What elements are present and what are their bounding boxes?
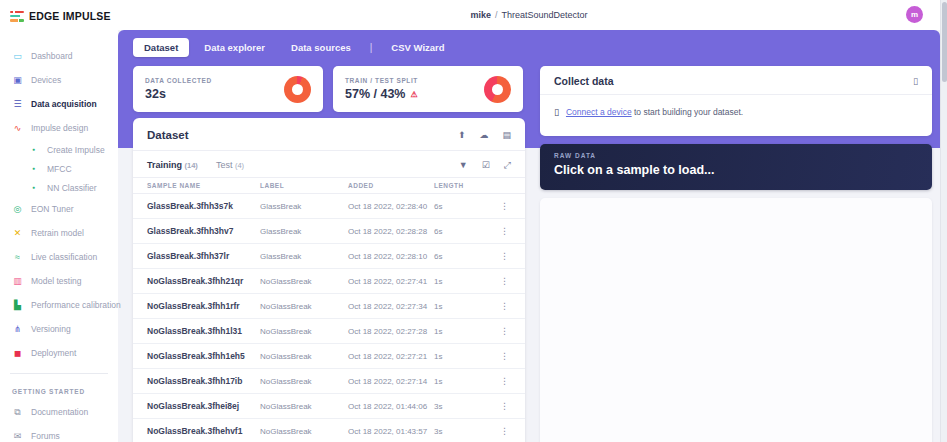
row-menu-button[interactable]: ⋮ bbox=[484, 401, 525, 411]
edge-impulse-logo[interactable]: EDGE IMPULSE bbox=[0, 0, 118, 22]
table-row[interactable]: NoGlassBreak.3fhh1eh5 NoGlassBreak Oct 1… bbox=[133, 344, 525, 369]
sidebar-item-model-testing[interactable]: ▥ Model testing bbox=[0, 269, 118, 293]
scrollbar-thumb[interactable] bbox=[942, 2, 947, 82]
sidebar-item-data-acquisition[interactable]: ☰ Data acquisition bbox=[0, 92, 118, 116]
table-body: GlassBreak.3fhh3s7k GlassBreak Oct 18 20… bbox=[133, 194, 525, 442]
avatar[interactable]: m bbox=[906, 6, 923, 23]
col-added: ADDED bbox=[348, 182, 434, 189]
sample-name: NoGlassBreak.3fhh21qr bbox=[147, 276, 260, 286]
data-collected-donut bbox=[284, 76, 311, 103]
upload-icon[interactable]: ⬆ bbox=[458, 131, 466, 140]
table-row[interactable]: NoGlassBreak.3fhh1rfr NoGlassBreak Oct 1… bbox=[133, 294, 525, 319]
sidebar-nav: ▭ Dashboard ▣ Devices ☰ Data acquisition… bbox=[0, 44, 118, 442]
deployment-icon: ◼ bbox=[12, 349, 23, 358]
training-count: (14) bbox=[185, 161, 198, 170]
tab-test[interactable]: Test (4) bbox=[216, 160, 244, 170]
sample-added: Oct 18 2022, 02:28:40 bbox=[348, 202, 434, 211]
dataset-header-icons: ⬆☁▤ bbox=[458, 131, 511, 140]
raw-data-label: RAW DATA bbox=[554, 152, 918, 159]
data-collected-card: DATA COLLECTED 32s bbox=[133, 66, 323, 112]
col-label: LABEL bbox=[260, 182, 348, 189]
sidebar-item-live-classification[interactable]: ≈ Live classification bbox=[0, 245, 118, 269]
table-row[interactable]: NoGlassBreak.3fhehvf1 NoGlassBreak Oct 1… bbox=[133, 419, 525, 442]
select-checkbox-icon[interactable]: ☑ bbox=[482, 161, 490, 170]
sample-length: 3s bbox=[434, 402, 484, 411]
expand-icon[interactable]: ⤢ bbox=[504, 161, 511, 170]
sidebar: EDGE IMPULSE ▭ Dashboard ▣ Devices ☰ Dat… bbox=[0, 0, 118, 442]
file-icon[interactable]: ▤ bbox=[502, 131, 511, 140]
table-row[interactable]: NoGlassBreak.3fhh17ib NoGlassBreak Oct 1… bbox=[133, 369, 525, 394]
row-menu-button[interactable]: ⋮ bbox=[484, 201, 525, 211]
logo-text: EDGE IMPULSE bbox=[29, 10, 111, 22]
row-menu-button[interactable]: ⋮ bbox=[484, 301, 525, 311]
forums-icon: ✉ bbox=[12, 432, 23, 441]
logo-bars-icon bbox=[10, 11, 24, 22]
sidebar-item-documentation[interactable]: ⧉ Documentation bbox=[0, 400, 118, 424]
raw-data-card: RAW DATA Click on a sample to load... bbox=[540, 144, 932, 190]
tab-data-explorer[interactable]: Data explorer bbox=[193, 38, 276, 57]
cloud-icon[interactable]: ☁ bbox=[479, 131, 488, 140]
sample-length: 1s bbox=[434, 352, 484, 361]
sample-name: GlassBreak.3fhh3hv7 bbox=[147, 226, 260, 236]
sidebar-item-devices[interactable]: ▣ Devices bbox=[0, 68, 118, 92]
table-row[interactable]: GlassBreak.3fhh37lr GlassBreak Oct 18 20… bbox=[133, 244, 525, 269]
table-row[interactable]: GlassBreak.3fhh3hv7 GlassBreak Oct 18 20… bbox=[133, 219, 525, 244]
data-collected-label: DATA COLLECTED bbox=[145, 77, 212, 84]
table-row[interactable]: NoGlassBreak.3fhh21qr NoGlassBreak Oct 1… bbox=[133, 269, 525, 294]
tab-training[interactable]: Training (14) bbox=[147, 160, 198, 170]
sample-preview-panel bbox=[540, 198, 932, 442]
row-menu-button[interactable]: ⋮ bbox=[484, 326, 525, 336]
table-row[interactable]: GlassBreak.3fhh3s7k GlassBreak Oct 18 20… bbox=[133, 194, 525, 219]
tab-data-sources[interactable]: Data sources bbox=[280, 38, 362, 57]
row-menu-button[interactable]: ⋮ bbox=[484, 351, 525, 361]
sidebar-item-forums[interactable]: ✉ Forums bbox=[0, 424, 118, 442]
sample-label: NoGlassBreak bbox=[260, 277, 348, 286]
devices-icon: ▣ bbox=[12, 76, 23, 85]
connect-device-link[interactable]: Connect a device bbox=[566, 107, 632, 117]
sidebar-item-nn-classifier[interactable]: ● NN Classifier bbox=[0, 178, 118, 197]
sidebar-item-deployment[interactable]: ◼ Deployment bbox=[0, 341, 118, 365]
table-row[interactable]: NoGlassBreak.3fhh1l31 NoGlassBreak Oct 1… bbox=[133, 319, 525, 344]
page-scrollbar[interactable] bbox=[940, 0, 947, 442]
sidebar-item-create-impulse[interactable]: ● Create Impulse bbox=[0, 140, 118, 159]
tab-divider: | bbox=[370, 42, 373, 53]
sample-label: GlassBreak bbox=[260, 252, 348, 261]
breadcrumb-user[interactable]: mike bbox=[470, 10, 491, 20]
row-menu-button[interactable]: ⋮ bbox=[484, 251, 525, 261]
sample-name: NoGlassBreak.3fhei8ej bbox=[147, 401, 260, 411]
breadcrumb-project[interactable]: ThreatSoundDetector bbox=[501, 10, 587, 20]
retrain-model-icon: ✕ bbox=[12, 229, 23, 238]
sidebar-item-performance-calibration[interactable]: ▙ Performance calibration bbox=[0, 293, 118, 317]
table-row[interactable]: NoGlassBreak.3fhei8ej NoGlassBreak Oct 1… bbox=[133, 394, 525, 419]
filter-icon[interactable]: ▼ bbox=[459, 161, 468, 170]
row-menu-button[interactable]: ⋮ bbox=[484, 426, 525, 436]
col-length: LENGTH bbox=[434, 182, 484, 189]
bullet-icon: ● bbox=[28, 166, 39, 171]
breadcrumb-separator: / bbox=[495, 10, 498, 20]
sidebar-item-dashboard[interactable]: ▭ Dashboard bbox=[0, 44, 118, 68]
bullet-icon: ● bbox=[28, 185, 39, 190]
sidebar-item-versioning[interactable]: ⋔ Versioning bbox=[0, 317, 118, 341]
sample-added: Oct 18 2022, 02:27:41 bbox=[348, 277, 434, 286]
warning-icon[interactable]: ⚠ bbox=[410, 90, 417, 99]
tab-csv-wizard[interactable]: CSV Wizard bbox=[380, 38, 455, 57]
dataset-title: Dataset bbox=[147, 129, 189, 141]
row-menu-button[interactable]: ⋮ bbox=[484, 276, 525, 286]
collect-data-title: Collect data bbox=[554, 75, 614, 87]
col-sample-name: SAMPLE NAME bbox=[147, 182, 260, 189]
sample-added: Oct 18 2022, 02:27:21 bbox=[348, 352, 434, 361]
row-menu-button[interactable]: ⋮ bbox=[484, 376, 525, 386]
sidebar-item-impulse-design[interactable]: ∿ Impulse design bbox=[0, 116, 118, 140]
sample-name: NoGlassBreak.3fhh1rfr bbox=[147, 301, 260, 311]
sidebar-item-retrain-model[interactable]: ✕ Retrain model bbox=[0, 221, 118, 245]
train-test-value: 57% / 43% bbox=[345, 87, 405, 101]
sidebar-item-eon-tuner[interactable]: ◎ EON Tuner bbox=[0, 197, 118, 221]
sidebar-item-mfcc[interactable]: ● MFCC bbox=[0, 159, 118, 178]
device-icon[interactable]: ▯ bbox=[913, 77, 918, 86]
tab-dataset[interactable]: Dataset bbox=[133, 38, 189, 57]
row-menu-button[interactable]: ⋮ bbox=[484, 226, 525, 236]
sample-label: GlassBreak bbox=[260, 227, 348, 236]
dataset-toolbar-icons: ▼☑⤢ bbox=[459, 161, 511, 170]
train-test-label: TRAIN / TEST SPLIT bbox=[345, 77, 418, 84]
sample-name: GlassBreak.3fhh3s7k bbox=[147, 201, 260, 211]
